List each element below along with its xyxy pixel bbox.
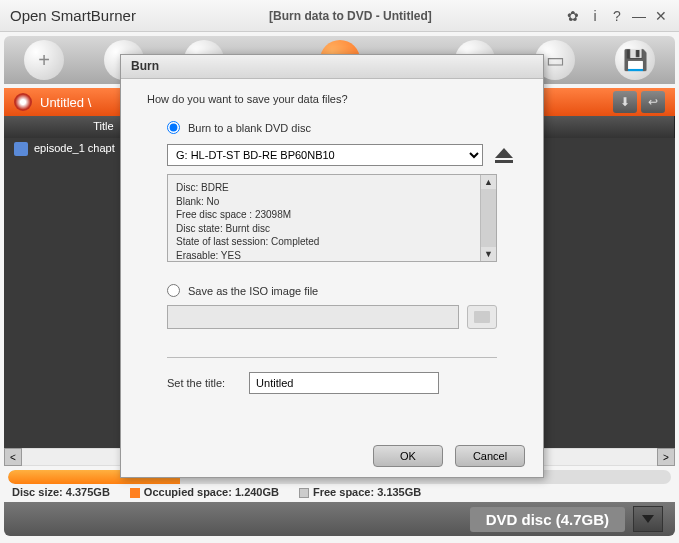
disc-type-dropdown[interactable]: [633, 506, 663, 532]
radio-burn-label: Burn to a blank DVD disc: [188, 122, 311, 134]
folder-icon: [474, 311, 490, 323]
disc-size-label: Disc size:: [12, 486, 63, 498]
disc-info-line: Free disc space : 23098M: [176, 208, 488, 222]
disc-icon: [14, 93, 32, 111]
disc-info-line: Disc state: Burnt disc: [176, 222, 488, 236]
ok-button[interactable]: OK: [373, 445, 443, 467]
footer: DVD disc (4.7GB): [4, 502, 675, 536]
radio-iso-label: Save as the ISO image file: [188, 285, 318, 297]
titlebar-controls: ✿ i ? — ✕: [565, 8, 669, 24]
occupied-value: 1.240GB: [235, 486, 279, 498]
disc-info-line: State of last session: Completed: [176, 235, 488, 249]
burn-dialog: Burn How do you want to save your data f…: [120, 54, 544, 478]
free-swatch-icon: [299, 488, 309, 498]
cancel-button[interactable]: Cancel: [455, 445, 525, 467]
info-icon[interactable]: i: [587, 8, 603, 24]
iso-browse-button[interactable]: [467, 305, 497, 329]
drive-select[interactable]: G: HL-DT-ST BD-RE BP60NB10: [167, 144, 483, 166]
file-icon: [14, 142, 28, 156]
stats-row: Disc size: 4.375GB Occupied space: 1.240…: [0, 486, 679, 498]
scroll-down-icon[interactable]: ▼: [481, 247, 496, 261]
scroll-thumb[interactable]: [481, 189, 496, 247]
scroll-up-icon[interactable]: ▲: [481, 175, 496, 189]
disc-info-line: Disc: BDRE: [176, 181, 488, 195]
occupied-label: Occupied space:: [144, 486, 232, 498]
window-subtitle: [Burn data to DVD - Untitled]: [136, 9, 565, 23]
close-icon[interactable]: ✕: [653, 8, 669, 24]
add-button[interactable]: +: [24, 40, 64, 80]
app-name: Open SmartBurner: [10, 7, 136, 24]
iso-path-input[interactable]: [167, 305, 459, 329]
scroll-right-icon[interactable]: >: [657, 448, 675, 466]
disc-info-box: Disc: BDRE Blank: No Free disc space : 2…: [167, 174, 497, 262]
free-value: 3.135GB: [377, 486, 421, 498]
disc-info-line: Blank: No: [176, 195, 488, 209]
title-input[interactable]: [249, 372, 439, 394]
radio-burn-disc[interactable]: [167, 121, 180, 134]
divider: [167, 357, 497, 358]
dialog-question: How do you want to save your data files?: [147, 93, 517, 105]
save-button[interactable]: 💾: [615, 40, 655, 80]
radio-save-iso[interactable]: [167, 284, 180, 297]
set-title-label: Set the title:: [167, 377, 225, 389]
titlebar: Open SmartBurner [Burn data to DVD - Unt…: [0, 0, 679, 32]
eject-button[interactable]: [491, 142, 517, 168]
eject-icon: [495, 148, 513, 158]
scroll-left-icon[interactable]: <: [4, 448, 22, 466]
dialog-title: Burn: [121, 55, 543, 79]
disc-type-label: DVD disc (4.7GB): [470, 507, 625, 532]
disc-info-line: Erasable: YES: [176, 249, 488, 263]
gear-icon[interactable]: ✿: [565, 8, 581, 24]
help-icon[interactable]: ?: [609, 8, 625, 24]
occupied-swatch-icon: [130, 488, 140, 498]
disc-size-value: 4.375GB: [66, 486, 110, 498]
return-icon[interactable]: ↩: [641, 91, 665, 113]
info-scrollbar[interactable]: ▲ ▼: [480, 175, 496, 261]
download-icon[interactable]: ⬇: [613, 91, 637, 113]
minimize-icon[interactable]: —: [631, 8, 647, 24]
file-title: episode_1 chapt: [34, 142, 115, 154]
free-label: Free space:: [313, 486, 374, 498]
svg-marker-0: [642, 515, 654, 523]
